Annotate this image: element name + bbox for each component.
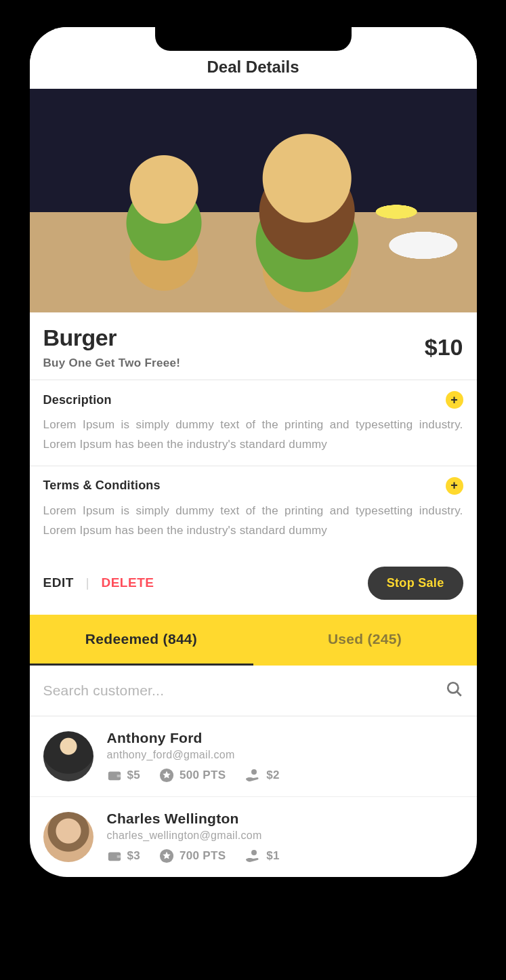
action-row: EDIT | DELETE Stop Sale xyxy=(30,552,477,615)
delete-button[interactable]: DELETE xyxy=(101,575,154,590)
avatar xyxy=(43,731,93,781)
deal-subtitle: Buy One Get Two Freee! xyxy=(43,356,181,370)
description-body: Lorem Ipsum is simply dummy text of the … xyxy=(43,415,463,455)
customer-name: Charles Wellington xyxy=(107,811,463,827)
deal-hero-image xyxy=(30,89,477,312)
avatar xyxy=(43,812,93,862)
svg-rect-3 xyxy=(117,775,121,777)
terms-section: Terms & Conditions + Lorem Ipsum is simp… xyxy=(30,466,477,552)
customer-name: Anthony Ford xyxy=(107,730,463,746)
points-value: 500 PTS xyxy=(180,769,226,782)
wallet-stat: $5 xyxy=(107,769,141,782)
tip-stat: $2 xyxy=(245,769,280,782)
deal-title: Burger xyxy=(43,325,181,351)
plus-icon: + xyxy=(450,478,458,493)
search-input[interactable] xyxy=(43,682,446,699)
terms-body: Lorem Ipsum is simply dummy text of the … xyxy=(43,502,463,541)
expand-description-button[interactable]: + xyxy=(446,391,463,409)
tip-value: $1 xyxy=(266,849,280,863)
tab-redeemed[interactable]: Redeemed (844) xyxy=(30,615,253,666)
wallet-value: $5 xyxy=(127,769,141,782)
points-stat: 700 PTS xyxy=(159,849,226,863)
points-value: 700 PTS xyxy=(180,849,226,863)
svg-point-0 xyxy=(448,682,458,693)
tab-used[interactable]: Used (245) xyxy=(253,615,477,666)
star-badge-icon xyxy=(159,849,174,863)
hand-coin-icon xyxy=(245,849,261,863)
deal-price: $10 xyxy=(425,334,463,361)
action-separator: | xyxy=(86,576,89,590)
customer-item[interactable]: Charles Wellington charles_wellington@gm… xyxy=(30,797,477,877)
expand-terms-button[interactable]: + xyxy=(446,477,463,495)
phone-frame: Deal Details Burger Buy One Get Two Free… xyxy=(30,27,477,877)
description-section: Description + Lorem Ipsum is simply dumm… xyxy=(30,380,477,466)
stop-sale-button[interactable]: Stop Sale xyxy=(368,567,463,600)
svg-point-5 xyxy=(251,769,257,775)
tabs: Redeemed (844) Used (245) xyxy=(30,615,477,666)
wallet-stat: $3 xyxy=(107,849,141,863)
tip-stat: $1 xyxy=(245,849,280,863)
svg-line-1 xyxy=(457,691,461,696)
search-row xyxy=(30,666,477,716)
terms-title: Terms & Conditions xyxy=(43,478,161,493)
customer-email: anthony_ford@gmail.com xyxy=(107,749,463,761)
edit-button[interactable]: EDIT xyxy=(43,575,74,590)
svg-rect-7 xyxy=(117,855,121,858)
points-stat: 500 PTS xyxy=(159,768,226,783)
wallet-icon xyxy=(107,769,122,782)
search-icon[interactable] xyxy=(446,680,463,701)
wallet-value: $3 xyxy=(127,849,141,863)
tip-value: $2 xyxy=(266,769,280,782)
plus-icon: + xyxy=(450,393,458,407)
svg-point-9 xyxy=(251,850,257,855)
customer-item[interactable]: Anthony Ford anthony_ford@gmail.com $5 5… xyxy=(30,716,477,797)
device-notch xyxy=(155,27,352,51)
description-title: Description xyxy=(43,393,112,407)
hand-coin-icon xyxy=(245,769,261,782)
customer-email: charles_wellington@gmail.com xyxy=(107,830,463,842)
star-badge-icon xyxy=(159,768,174,783)
wallet-icon xyxy=(107,849,122,863)
deal-header: Burger Buy One Get Two Freee! $10 xyxy=(30,312,477,380)
